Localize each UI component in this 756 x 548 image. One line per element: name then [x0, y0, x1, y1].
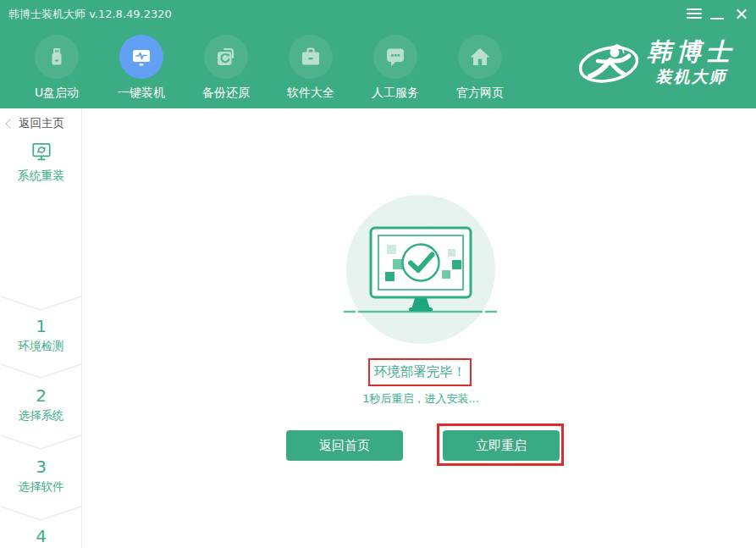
minimize-icon[interactable]	[709, 8, 725, 19]
nav-label: 人工服务	[351, 86, 439, 101]
chat-bubble-icon	[373, 35, 417, 79]
nav-item-one-click-install[interactable]: 一键装机	[97, 35, 185, 101]
main-content: 环境部署完毕！ 1秒后重启，进入安装... 返回首页 立即重启	[83, 108, 756, 548]
back-home-label: 返回主页	[19, 116, 64, 131]
step-divider-chevron	[0, 434, 82, 451]
step-label: 环境检测	[0, 339, 82, 354]
brand-logo: 韩博士 装机大师	[577, 36, 736, 91]
sidebar-mode-system-reinstall[interactable]: 系统重装	[0, 141, 82, 184]
nav-label: 备份还原	[182, 86, 270, 101]
back-home-button[interactable]: 返回首页	[286, 430, 403, 461]
sidebar: 返回主页 系统重装 1 环境检测 2 选择系统 3 选择	[0, 108, 82, 548]
usb-drive-icon	[35, 35, 79, 79]
step-divider-chevron	[0, 295, 82, 312]
monitor-pulse-icon	[119, 35, 163, 79]
sidebar-mode-label: 系统重装	[0, 169, 82, 184]
hanboshi-logo-icon	[577, 36, 643, 91]
chevron-left-icon	[5, 119, 14, 128]
step-divider-chevron	[0, 363, 82, 379]
home-icon	[458, 35, 502, 79]
nav-label: 官方网页	[436, 86, 524, 101]
briefcase-icon	[289, 35, 333, 79]
monitor-check-illustration	[336, 185, 505, 354]
sidebar-step-3: 3 选择软件	[0, 456, 82, 495]
sidebar-step-2: 2 选择系统	[0, 385, 82, 423]
restart-now-button[interactable]: 立即重启	[443, 430, 560, 461]
backup-restore-icon	[204, 35, 248, 79]
nav-item-backup-restore[interactable]: 备份还原	[182, 35, 270, 101]
nav-item-software[interactable]: 软件大全	[267, 35, 355, 101]
brand-line1: 韩博士	[647, 39, 736, 66]
brand-name: 韩博士 装机大师	[647, 39, 736, 88]
menu-icon[interactable]	[687, 8, 702, 19]
app-window: 韩博士装机大师 v.12.8.49.2320 U盘启动	[0, 0, 756, 548]
sidebar-step-4: 4 备份资料	[0, 525, 82, 548]
nav-label: U盘启动	[13, 86, 101, 101]
step-number: 4	[0, 525, 82, 547]
step-number: 1	[0, 315, 82, 337]
nav-label: 软件大全	[267, 86, 355, 101]
step-number: 2	[0, 385, 82, 407]
step-number: 3	[0, 456, 82, 478]
brand-line2: 装机大师	[647, 66, 736, 88]
nav-item-usb-boot[interactable]: U盘启动	[13, 35, 101, 101]
window-title: 韩博士装机大师 v.12.8.49.2320	[8, 7, 172, 22]
nav-item-support[interactable]: 人工服务	[351, 35, 439, 101]
nav-label: 一键装机	[97, 86, 185, 101]
step-label: 选择系统	[0, 408, 82, 423]
sidebar-step-1: 1 环境检测	[0, 315, 82, 354]
step-label: 选择软件	[0, 479, 82, 495]
system-reinstall-icon	[30, 141, 52, 163]
nav-item-official-site[interactable]: 官方网页	[436, 35, 524, 101]
back-home-link[interactable]: 返回主页	[7, 116, 64, 131]
status-subtitle: 1秒后重启，进入安装...	[294, 391, 548, 407]
status-title: 环境部署完毕！	[368, 358, 472, 386]
header: 韩博士装机大师 v.12.8.49.2320 U盘启动	[0, 0, 756, 108]
step-divider-chevron	[0, 505, 82, 522]
close-icon[interactable]	[734, 8, 749, 19]
